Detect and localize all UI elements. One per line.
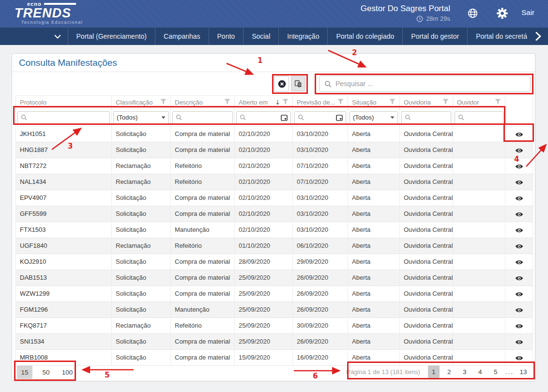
eye-icon xyxy=(515,355,523,361)
view-details-button[interactable] xyxy=(515,243,523,249)
table-filter-row: (Todos) (Todos) xyxy=(16,109,533,126)
view-details-button[interactable] xyxy=(515,211,523,217)
nav-scroll-right[interactable] xyxy=(535,28,548,45)
column-header-aberto-em[interactable]: Aberto em↓ xyxy=(235,96,293,109)
nav-tab[interactable]: Ponto xyxy=(209,28,244,45)
table-row[interactable]: GFF5599 Solicitação Compra de material 0… xyxy=(16,206,533,222)
page-size-button[interactable]: 100 xyxy=(60,365,75,379)
view-details-button[interactable] xyxy=(515,227,523,233)
view-details-button[interactable] xyxy=(515,323,523,329)
filter-funnel-icon[interactable] xyxy=(224,99,230,106)
page-size-selector: 1550100 xyxy=(17,365,75,379)
table-row[interactable]: SNI1534 Solicitação Compra de material 2… xyxy=(16,333,533,349)
consulta-manifestacoes-card: Consulta Manifestações xyxy=(12,53,535,381)
column-header-protocolo[interactable]: Protocolo xyxy=(16,96,112,109)
cell-descricao: Compra de material xyxy=(171,206,235,222)
view-details-button[interactable] xyxy=(515,196,523,201)
page-size-button[interactable]: 50 xyxy=(38,365,54,379)
page-number-button[interactable]: 4 xyxy=(474,365,486,378)
nav-tab[interactable]: Portal do colegiado xyxy=(327,28,402,45)
filter-ouvidoria-input[interactable] xyxy=(413,114,448,121)
view-details-button[interactable] xyxy=(515,148,523,153)
nav-menu-toggle[interactable] xyxy=(0,28,68,45)
page-number-button[interactable]: 2 xyxy=(443,365,455,378)
nav-tab[interactable]: Social xyxy=(243,28,278,45)
cell-ouvidoria: Ouvidoria CentraL xyxy=(400,254,453,270)
language-globe-button[interactable] xyxy=(466,7,479,21)
table-row[interactable]: NBT7272 Reclamação Refeitório 02/10/2020… xyxy=(16,158,533,174)
export-copy-button[interactable] xyxy=(291,76,305,91)
nav-tab[interactable]: Portal (Gerenciamento) xyxy=(68,28,155,45)
table-row[interactable]: FKQ8717 Reclamação Refeitório 25/09/2020… xyxy=(16,317,533,333)
filter-funnel-icon[interactable] xyxy=(282,99,289,106)
column-header-ouvidor[interactable]: Ouvidor xyxy=(453,96,505,109)
calendar-icon[interactable] xyxy=(281,114,288,121)
view-details-button[interactable] xyxy=(515,339,523,345)
view-details-button[interactable] xyxy=(515,259,523,265)
table-row[interactable]: JKH1051 Solicitação Compra de material 0… xyxy=(16,126,533,142)
view-details-button[interactable] xyxy=(515,132,523,137)
logo-main-text: TRENDS xyxy=(15,6,83,20)
table-row[interactable]: FGM1296 Solicitação Manutenção 25/09/202… xyxy=(16,302,533,317)
table-row[interactable]: FTX1503 Solicitação Manutenção 02/10/202… xyxy=(16,222,533,238)
table-row[interactable]: DAB1513 Solicitação Compra de material 2… xyxy=(16,270,533,286)
table-row[interactable]: HNG1887 Solicitação Compra de material 0… xyxy=(16,142,533,158)
filter-situacao-select[interactable]: (Todos) xyxy=(350,111,398,124)
filter-funnel-icon[interactable] xyxy=(442,99,449,106)
column-header-ouvidoria[interactable]: Ouvidoria xyxy=(400,96,453,109)
page-number-button[interactable]: 3 xyxy=(459,365,471,378)
cell-descricao: Compra de material xyxy=(171,286,235,302)
view-details-button[interactable] xyxy=(515,180,523,185)
column-header-previsao[interactable]: Previsão de... xyxy=(293,96,348,109)
page-number-button[interactable]: 1 xyxy=(428,365,440,378)
nav-tab[interactable]: Portal do secretá xyxy=(467,28,535,45)
filter-classificacao-select[interactable]: (Todos) xyxy=(113,111,169,124)
caret-down-icon xyxy=(161,116,166,119)
session-timer: 28m 29s xyxy=(426,15,450,22)
cell-protocolo: EPV4907 xyxy=(16,190,112,206)
table-row[interactable]: UGF1840 Reclamação Refeitório 01/10/2020… xyxy=(16,238,533,254)
search-icon xyxy=(240,114,246,121)
nav-tab[interactable]: Campanhas xyxy=(155,28,209,45)
search-input[interactable] xyxy=(335,80,525,88)
clear-filters-button[interactable] xyxy=(274,76,289,91)
table-row[interactable]: NAL1434 Reclamação Refeitório 02/10/2020… xyxy=(16,174,533,190)
logout-link[interactable]: Sair xyxy=(521,8,534,16)
filter-funnel-icon[interactable] xyxy=(337,99,344,106)
table-row[interactable]: WZW1299 Solicitação Compra de material 2… xyxy=(16,286,533,302)
filter-aberto-em-input[interactable] xyxy=(248,114,278,121)
page-number-button[interactable]: 13 xyxy=(518,365,529,378)
column-header-descricao[interactable]: Descrição xyxy=(171,96,235,109)
cell-protocolo: NBT7272 xyxy=(16,158,112,174)
filter-funnel-icon[interactable] xyxy=(160,99,167,106)
view-details-button[interactable] xyxy=(515,164,523,169)
column-header-situacao[interactable]: Situação xyxy=(348,96,400,109)
logo-tagline: Tecnologia Educacional xyxy=(21,20,83,25)
view-details-button[interactable] xyxy=(515,275,523,281)
filter-ouvidor-input[interactable] xyxy=(467,114,500,121)
column-header-classificacao[interactable]: Classificação xyxy=(112,96,171,109)
eye-icon xyxy=(515,243,523,249)
view-details-button[interactable] xyxy=(515,355,523,361)
nav-tab[interactable]: Portal do gestor xyxy=(402,28,467,45)
cell-situacao: Aberta xyxy=(348,302,400,317)
tecnotrends-logo[interactable]: ecno TRENDS Tecnologia Educacional xyxy=(15,1,83,25)
view-details-button[interactable] xyxy=(515,291,523,297)
view-details-button[interactable] xyxy=(515,307,523,313)
table-row[interactable]: KOJ2910 Solicitação Compra de material 2… xyxy=(16,254,533,270)
nav-tab[interactable]: Integração xyxy=(278,28,327,45)
filter-descricao-input[interactable] xyxy=(184,114,229,121)
settings-button[interactable] xyxy=(496,7,508,21)
filter-protocolo-input[interactable] xyxy=(30,114,107,121)
filter-previsao-input[interactable] xyxy=(306,114,334,121)
table-row[interactable]: EPV4907 Solicitação Compra de material 0… xyxy=(16,190,533,206)
page-size-button[interactable]: 15 xyxy=(17,365,32,379)
page-number-button[interactable]: 5 xyxy=(490,365,502,378)
table-row[interactable]: MRB1008 Solicitação Compra de material 1… xyxy=(16,349,533,365)
filter-funnel-icon[interactable] xyxy=(389,99,396,106)
calendar-icon[interactable] xyxy=(336,114,343,121)
cell-previsao: 03/10/2020 xyxy=(293,206,348,222)
cell-aberto-em: 02/10/2020 xyxy=(235,222,293,238)
filter-funnel-icon[interactable] xyxy=(495,99,501,106)
chevron-right-icon xyxy=(535,32,541,41)
